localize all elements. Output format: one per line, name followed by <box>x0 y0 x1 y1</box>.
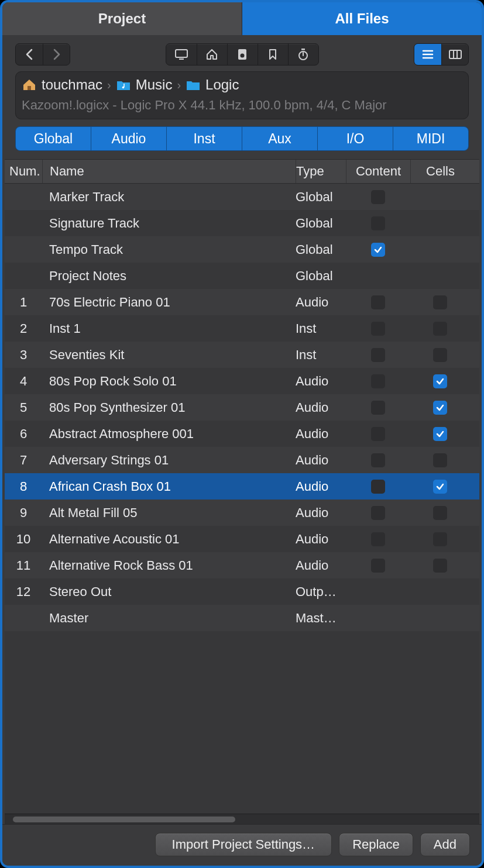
horizontal-scrollbar[interactable] <box>5 814 479 824</box>
add-button[interactable]: Add <box>420 833 470 856</box>
cells-checkbox[interactable] <box>433 427 447 441</box>
cells-checkbox[interactable] <box>433 348 447 362</box>
col-header-type[interactable]: Type <box>296 160 346 183</box>
project-icon[interactable] <box>227 44 258 65</box>
list-view-button[interactable] <box>414 44 441 65</box>
cells-checkbox[interactable] <box>433 401 447 415</box>
cell-content <box>346 427 410 441</box>
content-checkbox[interactable] <box>371 453 385 467</box>
table-row[interactable]: 2Inst 1Inst <box>5 315 479 342</box>
back-button[interactable] <box>16 44 43 65</box>
table-row[interactable]: Marker TrackGlobal <box>5 184 479 210</box>
content-checkbox[interactable] <box>371 480 385 494</box>
scrollbar-thumb[interactable] <box>13 817 235 822</box>
filter-aux[interactable]: Aux <box>242 127 317 150</box>
breadcrumb[interactable]: touchmac › Music › Logic <box>22 77 462 93</box>
cells-checkbox[interactable] <box>433 480 447 494</box>
cell-name: Alternative Acoustic 01 <box>42 532 296 547</box>
filter-midi[interactable]: MIDI <box>393 127 468 150</box>
table-row[interactable]: 12Stereo OutOutp… <box>5 578 479 605</box>
content-checkbox[interactable] <box>371 427 385 441</box>
cell-cells <box>410 295 470 309</box>
cell-name: Abstract Atmosphere 001 <box>42 426 296 442</box>
cell-num: 7 <box>5 453 42 468</box>
forward-button[interactable] <box>43 44 70 65</box>
table-row[interactable]: 7Adversary Strings 01Audio <box>5 447 479 473</box>
cell-content <box>346 348 410 362</box>
svg-rect-0 <box>176 50 187 57</box>
column-view-button[interactable] <box>441 44 468 65</box>
col-header-cells[interactable]: Cells <box>410 160 470 183</box>
cell-content <box>346 532 410 546</box>
import-settings-button[interactable]: Import Project Settings… <box>155 833 332 856</box>
table-row[interactable]: 480s Pop Rock Solo 01Audio <box>5 368 479 394</box>
content-checkbox[interactable] <box>371 374 385 388</box>
filter-io[interactable]: I/O <box>317 127 393 150</box>
cell-name: 80s Pop Rock Solo 01 <box>42 374 296 389</box>
content-checkbox[interactable] <box>371 506 385 520</box>
cells-checkbox[interactable] <box>433 506 447 520</box>
cells-checkbox[interactable] <box>433 374 447 388</box>
content-checkbox[interactable] <box>371 559 385 573</box>
col-header-content[interactable]: Content <box>346 160 410 183</box>
cell-content <box>346 401 410 415</box>
cells-checkbox[interactable] <box>433 295 447 309</box>
cell-num: 1 <box>5 295 42 310</box>
cells-checkbox[interactable] <box>433 322 447 336</box>
table-row[interactable]: Tempo TrackGlobal <box>5 236 479 263</box>
cells-checkbox[interactable] <box>433 453 447 467</box>
crumb-touchmac[interactable]: touchmac <box>42 77 102 93</box>
table-row[interactable]: 8African Crash Box 01Audio <box>5 473 479 500</box>
crumb-music[interactable]: Music <box>136 77 173 93</box>
crumb-logic[interactable]: Logic <box>205 77 239 93</box>
replace-button[interactable]: Replace <box>339 833 413 856</box>
content-checkbox[interactable] <box>371 295 385 309</box>
cell-cells <box>410 401 470 415</box>
table-row[interactable]: 6Abstract Atmosphere 001Audio <box>5 421 479 447</box>
filter-inst[interactable]: Inst <box>166 127 242 150</box>
tab-all-files[interactable]: All Files <box>242 2 482 35</box>
filter-bar: Global Audio Inst Aux I/O MIDI <box>15 126 469 151</box>
table-row[interactable]: 9Alt Metal Fill 05Audio <box>5 500 479 526</box>
content-checkbox[interactable] <box>371 216 385 230</box>
content-checkbox[interactable] <box>371 532 385 546</box>
cell-content <box>346 190 410 204</box>
cell-type: Audio <box>296 505 346 521</box>
col-header-num[interactable]: Num. <box>5 164 42 179</box>
filter-global[interactable]: Global <box>16 127 91 150</box>
tab-project[interactable]: Project <box>2 2 242 35</box>
cells-checkbox[interactable] <box>433 532 447 546</box>
cell-type: Global <box>296 190 346 205</box>
cell-num: 10 <box>5 532 42 547</box>
cell-cells <box>410 506 470 520</box>
table-row[interactable]: 580s Pop Synthesizer 01Audio <box>5 394 479 421</box>
nav-segment <box>15 43 70 66</box>
cell-num: 3 <box>5 347 42 363</box>
stopwatch-icon[interactable] <box>288 44 318 65</box>
table-row[interactable]: 3Seventies KitInst <box>5 342 479 368</box>
content-checkbox[interactable] <box>371 401 385 415</box>
col-header-name[interactable]: Name <box>42 160 296 183</box>
cell-content <box>346 480 410 494</box>
content-checkbox[interactable] <box>371 348 385 362</box>
table-row[interactable]: Project NotesGlobal <box>5 263 479 289</box>
cell-cells <box>410 374 470 388</box>
bookmark-icon[interactable] <box>258 44 288 65</box>
table-row[interactable]: 11Alternative Rock Bass 01Audio <box>5 552 479 578</box>
content-checkbox[interactable] <box>371 190 385 204</box>
cell-type: Global <box>296 242 346 257</box>
cell-num: 2 <box>5 321 42 336</box>
cells-checkbox[interactable] <box>433 559 447 573</box>
content-checkbox[interactable] <box>371 243 385 257</box>
content-checkbox[interactable] <box>371 322 385 336</box>
filter-audio[interactable]: Audio <box>91 127 166 150</box>
home-icon[interactable] <box>197 44 227 65</box>
table-header: Num. Name Type Content Cells <box>5 159 479 184</box>
cell-name: Signature Track <box>42 216 296 231</box>
computer-icon[interactable] <box>166 44 197 65</box>
cell-type: Mast… <box>296 611 346 626</box>
table-row[interactable]: MasterMast… <box>5 605 479 631</box>
table-row[interactable]: Signature TrackGlobal <box>5 210 479 236</box>
table-row[interactable]: 10Alternative Acoustic 01Audio <box>5 526 479 552</box>
table-row[interactable]: 170s Electric Piano 01Audio <box>5 289 479 315</box>
